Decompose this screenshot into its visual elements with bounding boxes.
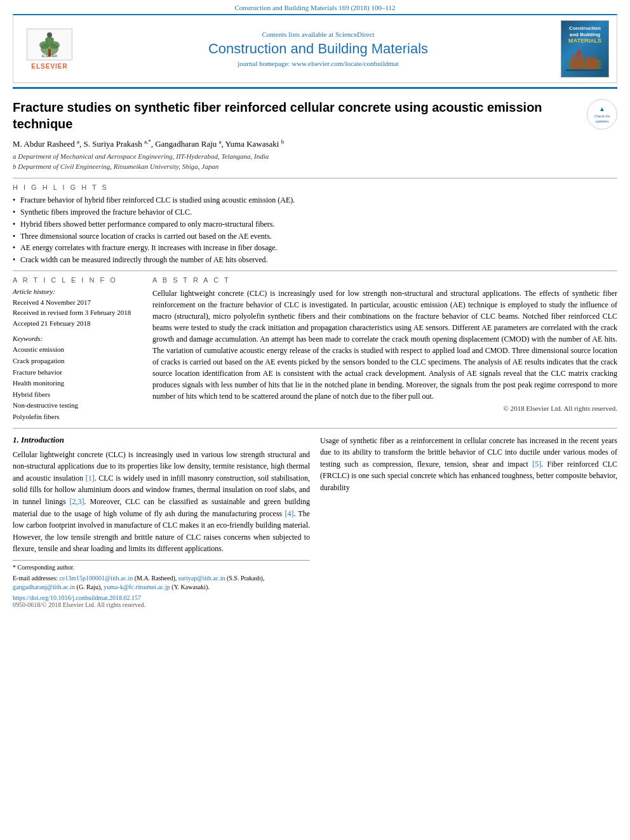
- cover-title: Construction and Building MATERIALS: [568, 25, 601, 44]
- footnote-section: * Corresponding author. E-mail addresses…: [13, 560, 310, 608]
- highlights-heading: H I G H L I G H T S: [13, 183, 617, 191]
- cover-title-line2: and Building: [568, 32, 601, 38]
- highlight-item-3: Hybrid fibers showed better performance …: [13, 219, 617, 230]
- cover-visual: [566, 47, 604, 72]
- keyword-1: Acoustic emission: [13, 344, 140, 356]
- svg-point-6: [47, 32, 52, 37]
- thick-divider: [13, 87, 617, 89]
- copyright-line: © 2018 Elsevier Ltd. All rights reserved…: [152, 404, 617, 412]
- check-updates-badge: ▲ Check for updates: [587, 99, 617, 130]
- keyword-5: Hybrid fibers: [13, 389, 140, 401]
- article-title-section: Fracture studies on synthetic fiber rein…: [13, 99, 617, 171]
- revised-date: Received in revised form 3 February 2018: [13, 307, 140, 318]
- footnote-emails: E-mail addresses: ce13m15p100001@iith.ac…: [13, 574, 310, 592]
- journal-title-large: Construction and Building Materials: [84, 41, 552, 57]
- header-center: Contents lists available at ScienceDirec…: [78, 30, 558, 67]
- check-updates-text: ▲ Check for updates: [590, 105, 614, 124]
- abstract-col: A B S T R A C T Cellular lightweight con…: [152, 276, 617, 423]
- science-direct-prefix: Contents lists available at: [262, 30, 335, 38]
- divider-after-authors: [13, 178, 617, 178]
- cover-box: Construction and Building MATERIALS: [561, 20, 609, 77]
- keywords-label: Keywords:: [13, 335, 140, 342]
- article-content: Fracture studies on synthetic fiber rein…: [13, 93, 617, 615]
- cover-title-materials: MATERIALS: [568, 37, 601, 44]
- accepted-date: Accepted 21 February 2018: [13, 318, 140, 329]
- authors-text: M. Abdur Rasheed a, S. Suriya Prakash a,…: [13, 139, 284, 149]
- divider-after-abstract: [13, 428, 617, 429]
- ref-1[interactable]: [1]: [86, 474, 95, 483]
- highlight-item-1: Fracture behavior of hybrid fiber reinfo…: [13, 195, 617, 206]
- affiliations: a Department of Mechanical and Aerospace…: [13, 152, 580, 171]
- keyword-6: Non-destructive testing: [13, 400, 140, 411]
- keyword-7: Polyolefin fibers: [13, 411, 140, 423]
- doi-line[interactable]: https://doi.org/10.1016/j.conbuildmat.20…: [13, 594, 310, 601]
- affiliation-b: b Department of Civil Engineering, Ritsu…: [13, 162, 580, 171]
- elsevier-logo: ELSEVIER ELSEVIER: [21, 29, 78, 70]
- intro-paragraph2: Usage of synthetic fiber as a reinforcem…: [320, 435, 617, 494]
- page-wrapper: Construction and Building Materials 169 …: [0, 0, 630, 615]
- svg-text:ELSEVIER: ELSEVIER: [42, 54, 58, 58]
- homepage-link[interactable]: www.elsevier.com/locate/conbuildmat: [292, 60, 399, 67]
- email-link-1[interactable]: ce13m15p100001@iith.ac.in: [59, 575, 133, 582]
- highlights-list: Fracture behavior of hybrid fiber reinfo…: [13, 195, 617, 265]
- highlight-item-6: Crack width can be measured indirectly t…: [13, 255, 617, 265]
- abstract-heading: A B S T R A C T: [152, 276, 617, 284]
- email3-name: (G. Raju),: [77, 583, 102, 590]
- journal-ref-text: Construction and Building Materials 169 …: [234, 4, 395, 11]
- elsevier-logo-image: ELSEVIER: [27, 29, 72, 60]
- issn-line: 0950-0618/© 2018 Elsevier Ltd. All right…: [13, 601, 310, 608]
- authors-line: M. Abdur Rasheed a, S. Suriya Prakash a,…: [13, 138, 580, 149]
- ref-4[interactable]: [4]: [285, 509, 293, 518]
- article-history: Article history: Received 4 November 201…: [13, 288, 140, 329]
- highlight-item-5: AE energy correlates with fracture energ…: [13, 243, 617, 253]
- info-abstract-row: A R T I C L E I N F O Article history: R…: [13, 276, 617, 423]
- svg-rect-12: [566, 69, 604, 71]
- svg-rect-10: [586, 57, 596, 71]
- email1-name: (M.A. Rasheed),: [135, 575, 177, 582]
- affiliation-a: a Department of Mechanical and Aerospace…: [13, 152, 580, 161]
- svg-point-4: [45, 37, 54, 43]
- divider-after-highlights: [13, 270, 617, 271]
- highlights-section: H I G H L I G H T S Fracture behavior of…: [13, 183, 617, 265]
- abstract-text: Cellular lightweight concrete (CLC) is i…: [152, 288, 617, 402]
- cover-title-line1: Construction: [568, 25, 601, 32]
- article-info-heading: A R T I C L E I N F O: [13, 276, 140, 284]
- keyword-4: Health monitoring: [13, 378, 140, 389]
- keyword-2: Crack propagation: [13, 356, 140, 367]
- article-body: 1. Introduction Cellular lightweight con…: [13, 435, 617, 608]
- footnote-corresponding: * Corresponding author.: [13, 563, 310, 572]
- history-label: Article history:: [13, 288, 140, 295]
- email-link-2[interactable]: suriyap@iith.ac.in: [178, 575, 225, 582]
- received-date: Received 4 November 2017: [13, 297, 140, 308]
- highlight-item-4: Three dimensional source location of cra…: [13, 231, 617, 242]
- email-link-3[interactable]: gangadharanj@iith.ac.in: [13, 583, 75, 590]
- article-title: Fracture studies on synthetic fiber rein…: [13, 99, 580, 132]
- journal-homepage: journal homepage: www.elsevier.com/locat…: [84, 60, 552, 67]
- email-link-4[interactable]: yuma-k@fc.ritsumei.ac.jp: [104, 583, 170, 590]
- journal-cover-img: Construction and Building MATERIALS: [558, 20, 609, 77]
- ref-2-3[interactable]: [2,3]: [70, 497, 84, 506]
- article-title-text: Fracture studies on synthetic fiber rein…: [13, 99, 580, 171]
- journal-ref-bar: Construction and Building Materials 169 …: [0, 0, 630, 14]
- email4-name: (Y. Kawasaki).: [171, 583, 210, 590]
- svg-rect-9: [572, 55, 584, 71]
- intro-paragraph1: Cellular lightweight concrete (CLC) is i…: [13, 449, 310, 555]
- ref-5[interactable]: [5]: [532, 460, 541, 469]
- body-right: Usage of synthetic fiber as a reinforcem…: [320, 435, 617, 608]
- article-info-col: A R T I C L E I N F O Article history: R…: [13, 276, 140, 423]
- science-direct-link-text[interactable]: ScienceDirect: [335, 30, 375, 38]
- highlight-item-2: Synthetic fibers improved the fracture b…: [13, 207, 617, 218]
- body-left: 1. Introduction Cellular lightweight con…: [13, 435, 310, 608]
- keyword-3: Fracture behavior: [13, 367, 140, 378]
- science-direct-line: Contents lists available at ScienceDirec…: [84, 30, 552, 38]
- email2-name: (S.S. Prakash),: [227, 575, 264, 582]
- homepage-prefix: journal homepage:: [238, 60, 292, 67]
- journal-header: ELSEVIER ELSEVIER Contents lists availab…: [13, 14, 617, 83]
- svg-rect-11: [577, 50, 581, 55]
- intro-heading: 1. Introduction: [13, 435, 310, 445]
- keywords-section: Keywords: Acoustic emission Crack propag…: [13, 335, 140, 422]
- elsevier-text: ELSEVIER: [31, 63, 67, 70]
